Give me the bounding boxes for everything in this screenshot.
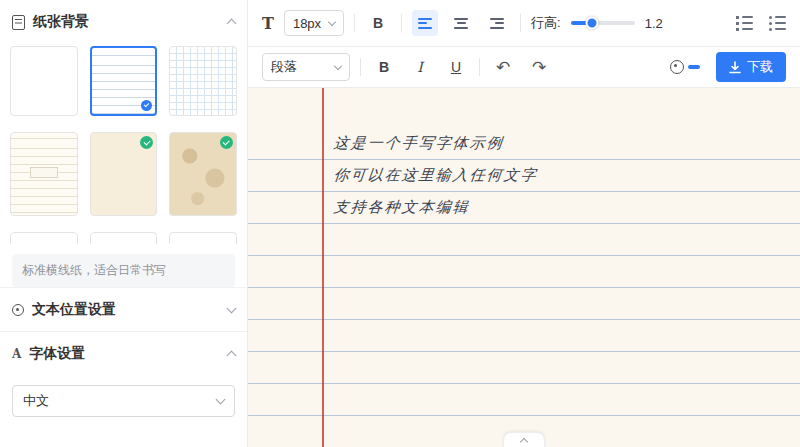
- app-window: 纸张背景 标准横线纸，适合日常: [0, 0, 800, 447]
- font-icon: A: [12, 348, 21, 360]
- toolbar-row-1: T 18px B 行高: 1.2: [248, 0, 800, 47]
- align-center-button[interactable]: [448, 10, 474, 36]
- paragraph-style-value: 段落: [271, 58, 297, 76]
- collapse-panel-handle[interactable]: [503, 432, 545, 447]
- paper-thumbnail-grid: [0, 44, 247, 244]
- handwritten-text-line[interactable]: 这是一个手写字体示例: [332, 128, 505, 160]
- paragraph-style-select[interactable]: 段落: [262, 53, 350, 81]
- align-right-button[interactable]: [484, 10, 510, 36]
- paper-canvas[interactable]: 这是一个手写字体示例 你可以在这里输入任何文字 支持各种文本编辑: [248, 88, 800, 447]
- undo-button[interactable]: ↶: [490, 54, 516, 80]
- underline-button[interactable]: U: [443, 54, 469, 80]
- line-height-slider[interactable]: [571, 21, 635, 25]
- font-language-value: 中文: [23, 392, 49, 410]
- paper-thumbnail[interactable]: [169, 232, 237, 244]
- paper-thumbnail[interactable]: [10, 232, 78, 244]
- font-size-value: 18px: [293, 16, 321, 31]
- premium-badge-icon: [220, 136, 233, 149]
- paper-thumbnail-letter[interactable]: [10, 132, 78, 216]
- paper-background-header[interactable]: 纸张背景: [0, 0, 247, 44]
- sidebar-item-text-position[interactable]: 文本位置设置: [0, 287, 247, 331]
- handwritten-text-line[interactable]: 支持各种文本编辑: [332, 192, 471, 224]
- handwritten-text-line[interactable]: 你可以在这里输入任何文字: [332, 160, 539, 192]
- divider: [479, 58, 480, 76]
- premium-badge-icon: [140, 136, 153, 149]
- section-label: 文本位置设置: [32, 301, 116, 319]
- divider: [520, 14, 521, 32]
- chevron-down-icon: [227, 303, 237, 313]
- align-right-icon: [490, 18, 504, 29]
- color-picker-button[interactable]: [670, 60, 700, 74]
- sidebar-item-font-settings[interactable]: A 字体设置: [0, 331, 247, 375]
- divider: [401, 14, 402, 32]
- download-label: 下载: [747, 58, 773, 76]
- chevron-down-icon: [334, 61, 342, 69]
- paper-thumbnail-grid-paper[interactable]: [169, 46, 237, 116]
- paper-thumbnail[interactable]: [90, 232, 158, 244]
- palette-icon: [670, 60, 684, 74]
- text-size-icon: T: [262, 14, 274, 33]
- divider: [354, 14, 355, 32]
- download-icon: [729, 61, 741, 74]
- slider-knob[interactable]: [586, 17, 599, 30]
- paper-thumbnail-blank[interactable]: [10, 46, 78, 116]
- chevron-up-icon: [520, 437, 528, 445]
- redo-button[interactable]: ↷: [526, 54, 552, 80]
- sidebar: 纸张背景 标准横线纸，适合日常: [0, 0, 248, 447]
- position-icon: [12, 304, 24, 316]
- line-height-value: 1.2: [645, 16, 663, 31]
- selected-check-icon: [141, 100, 152, 111]
- paper-thumbnail-lined-selected[interactable]: [90, 46, 158, 116]
- chevron-down-icon: [328, 17, 336, 25]
- main-area: T 18px B 行高: 1.2: [248, 0, 800, 447]
- chevron-up-icon: [227, 350, 237, 360]
- paper-description: 标准横线纸，适合日常书写: [12, 254, 235, 287]
- paper-thumbnail-vintage[interactable]: [169, 132, 237, 216]
- font-language-select[interactable]: 中文: [12, 385, 235, 417]
- download-button[interactable]: 下载: [716, 52, 786, 82]
- italic-button[interactable]: I: [407, 54, 433, 80]
- chevron-up-icon[interactable]: [227, 19, 237, 29]
- ruled-lines: [248, 159, 800, 447]
- line-height-label: 行高:: [531, 14, 561, 32]
- toolbar-row-2: 段落 B I U ↶ ↷ 下载: [248, 47, 800, 88]
- align-left-icon: [418, 18, 432, 29]
- bold-button[interactable]: B: [365, 10, 391, 36]
- paper-thumbnail-cream[interactable]: [90, 132, 158, 216]
- paper-section-title: 纸张背景: [33, 13, 89, 31]
- font-size-select[interactable]: 18px: [284, 10, 344, 36]
- paper-icon: [12, 15, 25, 30]
- section-label: 字体设置: [29, 345, 85, 363]
- divider: [360, 58, 361, 76]
- bold-button[interactable]: B: [371, 54, 397, 80]
- ordered-list-icon[interactable]: [736, 16, 753, 31]
- align-left-button[interactable]: [412, 10, 438, 36]
- align-center-icon: [454, 18, 468, 29]
- margin-line: [322, 88, 324, 447]
- color-swatch: [688, 65, 700, 69]
- unordered-list-icon[interactable]: [769, 16, 786, 31]
- chevron-down-icon: [216, 395, 226, 405]
